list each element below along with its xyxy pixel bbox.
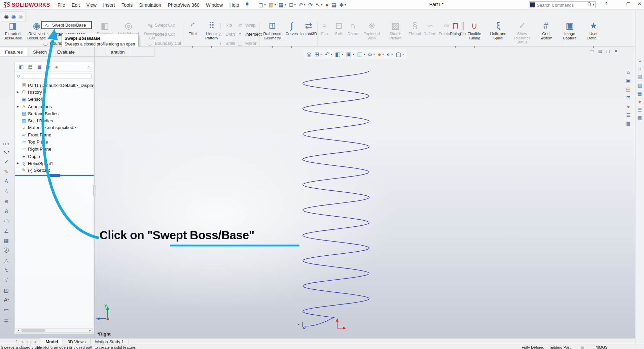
dropdown-caret-icon[interactable]: ▾	[373, 53, 375, 56]
datum-feature-button[interactable]: Ⓐ	[2, 246, 11, 254]
select-button[interactable]: ↖ ▾	[315, 2, 323, 7]
rib-button[interactable]: ∥ Rib	[215, 21, 237, 29]
dropdown-caret-icon[interactable]: ▾	[211, 45, 212, 49]
dropdown-caret-icon[interactable]: ▾	[402, 53, 404, 56]
motion-study-tab[interactable]: Motion Study 1	[91, 339, 129, 345]
grid-system-button[interactable]: # Grid System	[534, 21, 558, 49]
3d-views-tab[interactable]: 3D Views	[63, 339, 91, 345]
dropdown-caret-icon[interactable]: ▾	[364, 53, 365, 56]
note-button[interactable]: A	[2, 177, 11, 185]
toolbar-drag-handle[interactable]	[3, 143, 10, 145]
save-button[interactable]: ▦ ▾	[278, 2, 287, 7]
menu-item[interactable]: Help	[226, 1, 242, 8]
spell-checker-button[interactable]: ✓	[2, 158, 11, 166]
shell-button[interactable]: ◖ Shell	[215, 39, 237, 47]
viewport-list-icon[interactable]: ☰	[624, 112, 632, 119]
format-painter-button[interactable]: ✎	[2, 167, 11, 176]
viewport-folder-icon[interactable]: ▤	[624, 86, 632, 93]
tree-item-top-plane[interactable]: ▶ ▱ Top Plane	[16, 138, 94, 146]
scroll-next-button[interactable]: ›	[30, 340, 32, 344]
doc-close-button[interactable]: ✕	[614, 49, 617, 53]
tree-filter-input[interactable]	[22, 73, 92, 79]
redo-button[interactable]: ↷	[308, 2, 314, 7]
weld-symbol-button[interactable]: ↯	[2, 266, 11, 274]
tree-item-sketch2[interactable]: ▶ ✎ (-) Sketch2	[16, 167, 94, 174]
options-button[interactable]: ✱ ▾	[338, 2, 347, 7]
tab-evaluate[interactable]: Evaluate	[52, 48, 80, 57]
search-caret-icon[interactable]: ▾	[593, 3, 594, 6]
help-button[interactable]: ?	[603, 1, 609, 7]
tree-item-part[interactable]: ▶ ▣ Part1 (Default<<Default>_Display S	[16, 82, 94, 89]
tree-item-surface-bodies[interactable]: ▶ ▤ Surface Bodies	[16, 110, 94, 117]
fillet-button[interactable]: ◜ Fillet ▾	[186, 21, 200, 49]
viewport-capture-icon[interactable]: ⊡	[624, 94, 632, 102]
tree-tabs-expand-icon[interactable]: ›	[88, 64, 90, 70]
instant3d-button[interactable]: ⇄ Instant3D	[299, 21, 318, 49]
table-button[interactable]: ▦	[2, 236, 11, 245]
flex-button[interactable]: ≈ Flex	[318, 21, 332, 45]
search-input[interactable]	[535, 2, 588, 7]
file-properties-button[interactable]: ▤	[330, 2, 337, 7]
dome-button[interactable]: ∩ Dome	[346, 21, 360, 45]
dropdown-caret-icon[interactable]: ▾	[474, 45, 475, 49]
pin-icon[interactable]	[245, 2, 249, 7]
dropdown-caret-icon[interactable]: ▾	[264, 3, 265, 6]
menu-item[interactable]: Window	[203, 1, 226, 8]
swept-cut-button[interactable]: ∿ Swept Cut	[145, 21, 183, 29]
model-tab[interactable]: Model	[41, 339, 63, 345]
dropdown-caret-icon[interactable]: ▾	[272, 45, 273, 49]
dimxpertmanager-tab-icon[interactable]: ⊕	[46, 64, 50, 70]
dropdown-caret-icon[interactable]: ▾	[285, 3, 286, 6]
search-icon[interactable]	[587, 2, 592, 7]
tab-preparation-partial[interactable]: aration	[106, 48, 130, 57]
tree-item-sensors[interactable]: ▶ ◉ Sensors	[16, 96, 94, 103]
linear-note-pattern-button[interactable]: A	[2, 187, 11, 195]
forum-icon[interactable]: ▩	[637, 115, 642, 121]
split-button[interactable]: ⊟ Split	[332, 21, 346, 45]
viewport-cube-icon[interactable]: ▣	[624, 77, 632, 84]
expander-icon[interactable]: ▶	[16, 162, 20, 165]
boundary-cut-button[interactable]: ◡ Boundary Cut	[145, 39, 183, 47]
dropdown-caret-icon[interactable]: ▾	[275, 3, 276, 6]
block-button[interactable]: ▭	[2, 306, 11, 314]
sketch-picture-button[interactable]: ▨ Sketch Picture	[384, 21, 407, 45]
dropdown-caret-icon[interactable]: ▾	[291, 45, 292, 49]
zoom-out-button[interactable]: ⊖	[2, 207, 11, 215]
scroll-right-icon[interactable]: ▸	[88, 329, 92, 332]
expander-icon[interactable]: ▶	[16, 90, 20, 94]
display-style-icon[interactable]: ◫ ▾	[357, 51, 365, 58]
surface-finish-button[interactable]: √	[2, 276, 11, 284]
tree-item-annotations[interactable]: ▶ A Annotations	[16, 103, 94, 110]
dropdown-caret-icon[interactable]: ▾	[345, 3, 346, 6]
tree-item-material[interactable]: ▶ ◒ Material <not specified>	[16, 124, 94, 131]
helix-spiral-button[interactable]: ξ Helix and Spiral	[486, 21, 510, 49]
view-palette-icon[interactable]: ▦	[637, 91, 642, 96]
hide-show-items-icon[interactable]: ∞ ▾	[368, 51, 375, 58]
tree-item-origin[interactable]: ▶ + Origin	[16, 153, 94, 160]
doc-restore-button[interactable]: ▢	[606, 49, 610, 53]
file-explorer-icon[interactable]: ▥	[637, 82, 642, 88]
scrollbar-thumb[interactable]	[21, 329, 45, 332]
view-orientation-icon[interactable]: ▣ ▾	[346, 51, 354, 58]
apply-scene-icon[interactable]: ◐ ▾	[387, 51, 393, 58]
dropdown-caret-icon[interactable]: ▾	[192, 45, 193, 49]
tab-features[interactable]: Features	[0, 48, 28, 57]
menu-item[interactable]: View	[83, 1, 100, 8]
doc-cascade-button[interactable]: ▭	[590, 49, 594, 53]
scroll-prev-button[interactable]: ‹	[26, 340, 28, 344]
viewport-appearance-icon[interactable]: ●	[624, 103, 632, 110]
tab-splitter-handle[interactable]: ⋮	[15, 340, 19, 344]
revision-symbol-button[interactable]: △	[2, 256, 11, 264]
dropdown-caret-icon[interactable]: ▾	[342, 53, 343, 56]
taskpane-pin-icon[interactable]: «	[638, 58, 641, 63]
edit-appearance-icon[interactable]: ● ▾	[378, 51, 384, 58]
layer-button[interactable]: ☰	[2, 315, 11, 323]
angle-dimension-button[interactable]: ∠	[2, 227, 11, 235]
undo-button[interactable]: ↶ ▾	[298, 2, 306, 7]
tree-item-solid-bodies[interactable]: ▶ ▥ Solid Bodies	[16, 117, 94, 124]
featuremanager-tab-icon[interactable]: ◧	[19, 64, 24, 70]
scroll-left-icon[interactable]: ◂	[16, 329, 21, 332]
extruded-boss-base-button[interactable]: ◨ Extruded Boss/Base	[1, 21, 25, 45]
dropdown-caret-icon[interactable]: ▾	[320, 53, 322, 56]
section-view-icon[interactable]: ◧ ▾	[335, 51, 343, 58]
